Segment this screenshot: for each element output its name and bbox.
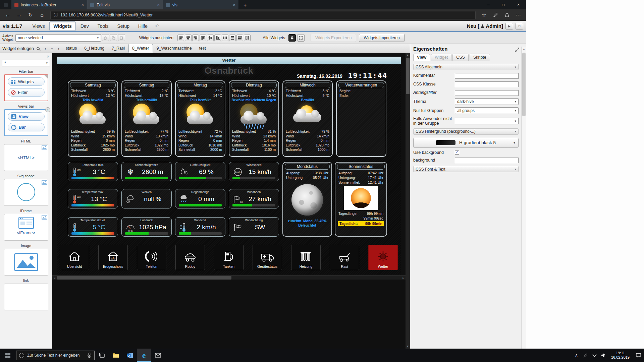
accordion-css-font-text[interactable]: CSS Font & Text ▾ (413, 166, 519, 172)
home-icon[interactable]: ⌂ (37, 11, 47, 19)
fallback-select[interactable]: ▾ (455, 118, 519, 124)
tab-skripte[interactable]: Skripte (470, 54, 490, 61)
tab-close-icon[interactable]: × (233, 3, 235, 7)
panel-toggle-button[interactable]: □ (516, 23, 523, 29)
more-menu-icon[interactable]: ⋯ (513, 11, 523, 19)
palette-filter-select[interactable]: * ▾ (2, 60, 50, 66)
view-tab-status[interactable]: status (62, 44, 80, 53)
url-field[interactable]: i 192.168.178.66:8082/vis/edit.html?Neu#… (50, 11, 476, 19)
distribute-h-icon[interactable] (222, 35, 228, 41)
menu-hilfe[interactable]: Hilfe (134, 21, 152, 31)
bar-palette-button[interactable]: Bar (8, 123, 45, 131)
accordion-css-hintergrund[interactable]: CSS Hintergrund (background-...) ▾ (413, 128, 519, 135)
next-view-button[interactable]: ▶ (505, 23, 513, 29)
menu-setup[interactable]: Setup (113, 21, 133, 31)
background-gradient-select[interactable]: H gradient black 5 ▾ (413, 138, 519, 148)
active-widget-select[interactable]: none selected ▾ (15, 34, 101, 42)
filter-bar-preview[interactable]: Widgets Filter (4, 74, 48, 101)
scrollbar-thumb[interactable] (406, 58, 410, 94)
align-top-icon[interactable] (200, 35, 206, 41)
share-icon[interactable] (502, 11, 512, 19)
browser-tab-vis[interactable]: vis × (163, 0, 239, 9)
hidden-icons-chevron[interactable]: ∧ (572, 349, 581, 362)
use-background-checkbox[interactable]: ✓ (455, 150, 459, 155)
expand-panel-icon[interactable] (515, 47, 519, 53)
minimize-button[interactable]: ─ (481, 0, 496, 9)
gruppen-select[interactable]: all groups ▾ (455, 107, 519, 114)
view-palette-button[interactable]: View (8, 112, 45, 121)
scroll-up-icon[interactable]: ▲ (522, 47, 526, 51)
align-bottom-icon[interactable] (214, 35, 221, 41)
distribute-v-icon[interactable] (229, 35, 236, 41)
tab-close-icon[interactable]: × (157, 3, 160, 7)
html-widget-preview[interactable]: <HTML> (4, 144, 48, 171)
outlook-icon[interactable]: O (123, 349, 137, 362)
canvas-vertical-scrollbar[interactable]: ▲ ▼ (406, 53, 410, 349)
tab-css[interactable]: CSS (452, 54, 469, 61)
close-icon[interactable]: × (47, 54, 49, 59)
maximize-button[interactable]: □ (496, 0, 511, 9)
paste-widget-icon[interactable] (118, 34, 125, 41)
copy-widget-icon[interactable] (110, 34, 117, 41)
thema-select[interactable]: dark-hive ▾ (455, 98, 519, 105)
undo-icon[interactable]: ↶ (152, 23, 162, 29)
browser-tab-edit-vis[interactable]: Edit vis × (87, 0, 163, 9)
nav-heizung[interactable]: Heizung (291, 245, 321, 270)
menu-widgets[interactable]: Widgets (49, 21, 75, 31)
browser-tab-iobroker[interactable]: instances - ioBroker × (11, 0, 87, 9)
scroll-up-icon[interactable]: ▲ (406, 53, 410, 57)
taskbar-clock[interactable]: 19:11 16.02.2019 (608, 351, 633, 360)
pen-icon[interactable] (581, 349, 590, 362)
nav-tanken[interactable]: Tanken (214, 245, 244, 270)
web-note-pen-icon[interactable] (490, 11, 500, 19)
nav-robby[interactable]: Robby (175, 245, 205, 270)
widgets-export-button[interactable]: Widgets Exportieren (311, 34, 356, 42)
filter-palette-button[interactable]: Filter (8, 88, 45, 97)
canvas-horizontal-scrollbar[interactable]: ◂ ▸ (52, 275, 406, 280)
same-height-icon[interactable] (244, 35, 251, 41)
badge-close-icon[interactable]: × (45, 107, 50, 112)
menu-tools[interactable]: Tools (94, 21, 113, 31)
new-tab-button[interactable]: + (239, 3, 251, 9)
edge-browser-icon[interactable]: e (137, 349, 151, 362)
accordion-css-allgemein[interactable]: CSS Allgemein ▾ (413, 64, 519, 70)
iframe-widget-preview[interactable]: <iFrame> (4, 214, 48, 241)
scroll-right-icon[interactable]: ▸ (401, 276, 406, 280)
speaker-icon[interactable] (599, 349, 608, 362)
tab-close-icon[interactable]: × (81, 3, 84, 7)
delete-widget-icon[interactable] (102, 34, 109, 41)
start-button[interactable] (0, 349, 15, 362)
next-view-icon[interactable]: › (55, 45, 62, 52)
view-tab-waschmaschine[interactable]: 9_Waschmaschine (153, 44, 196, 53)
nav-telefon[interactable]: Telefon (137, 245, 166, 270)
align-center-h-icon[interactable] (185, 35, 192, 41)
site-info-icon[interactable]: i (54, 13, 58, 17)
lock-widgets-button[interactable] (288, 34, 296, 42)
taskbar-search-box[interactable] (16, 351, 95, 360)
same-width-icon[interactable] (236, 35, 243, 41)
views-bar-preview[interactable]: × View Bar (4, 109, 48, 136)
align-left-icon[interactable] (177, 35, 184, 41)
align-right-icon[interactable] (192, 35, 199, 41)
view-tab-heizung[interactable]: 6_Heizung (80, 44, 108, 53)
scrollbar-thumb[interactable] (57, 276, 231, 280)
network-icon[interactable] (590, 349, 599, 362)
views-home-icon[interactable]: ⌂ (49, 45, 55, 52)
tab-view[interactable]: View (413, 54, 430, 61)
search-icon[interactable] (35, 45, 42, 52)
svg-widget-preview[interactable] (4, 179, 48, 206)
file-explorer-icon[interactable] (109, 349, 123, 362)
nav-uebersicht[interactable]: Übersicht (60, 245, 89, 270)
forward-icon[interactable]: → (14, 11, 24, 19)
favorites-star-icon[interactable]: ☆ (479, 11, 489, 19)
scrollbar-thumb[interactable] (522, 53, 526, 116)
nav-geraetestatus[interactable]: Gerätestatus (253, 245, 282, 270)
scroll-left-icon[interactable]: ◂ (52, 276, 57, 280)
image-widget-preview[interactable] (4, 249, 48, 276)
align-middle-v-icon[interactable] (207, 35, 214, 41)
view-tab-wetter[interactable]: 8_Wetter (128, 44, 153, 53)
view-tab-test[interactable]: test (196, 44, 210, 53)
properties-scrollbar[interactable]: ▲ (521, 47, 526, 349)
action-center-icon[interactable] (633, 349, 644, 362)
menu-dev[interactable]: Dev (76, 21, 93, 31)
